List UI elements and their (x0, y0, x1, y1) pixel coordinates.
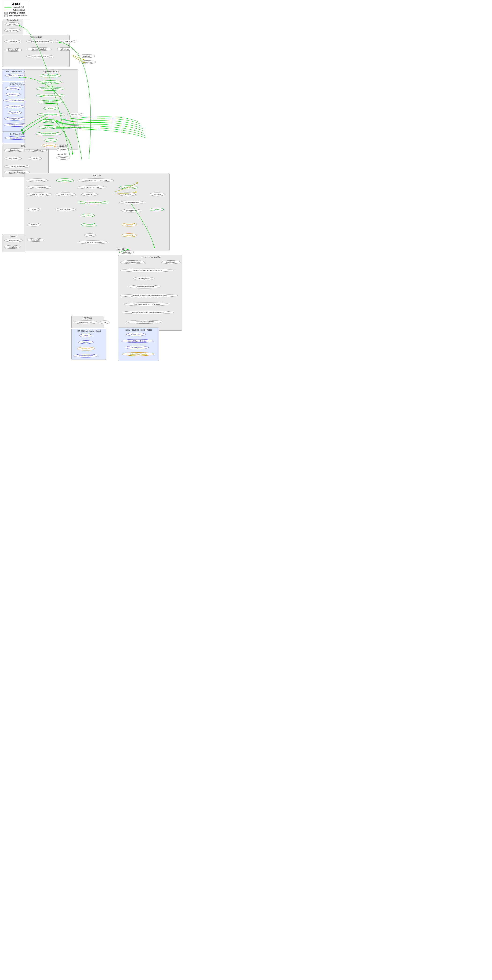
node-balanceof-iface[interactable]: balanceOf (5, 87, 21, 90)
defined-contract-box (5, 12, 8, 14)
node-transfer-1[interactable]: transfer (56, 148, 70, 151)
node-mintpresaleheads[interactable]: mintPresaleHeads (35, 132, 62, 135)
node-type-erc165[interactable]: type (100, 320, 110, 324)
node-delegatecall[interactable]: delegatecall (79, 60, 96, 64)
node-reveal[interactable]: reveal (43, 107, 57, 110)
node-supportsinterface-erc721[interactable]: supportsInterface (27, 186, 51, 189)
node-transferownership[interactable]: transferOwnership (4, 165, 30, 168)
node-iscontract-addr[interactable]: isContract (57, 47, 73, 51)
node-name-meta[interactable]: name (79, 334, 92, 337)
node-onlyowner[interactable]: onlyOwner (4, 157, 22, 160)
node-symbol-meta[interactable]: symbol (78, 340, 94, 344)
node-mint[interactable]: _mint (82, 213, 95, 217)
node-tokenbyindex-ienum[interactable]: tokenByIndex (125, 346, 149, 349)
initialraffle-label: initialRaffle (57, 145, 68, 147)
node-tokenofownerbyindex-enm[interactable]: tokenOfOwnerByIndex (126, 320, 162, 323)
node-totalsupply-enm[interactable]: totalSupply (161, 260, 181, 264)
node-ownerof-erc721[interactable]: ownerOf (122, 234, 137, 237)
node-tostring-tokenid[interactable]: toString (119, 250, 134, 254)
node-blockhash-oht[interactable]: blockhash (67, 113, 83, 116)
node-addtokentoowner[interactable]: _addTokenToOwnerEnumeration (124, 302, 170, 306)
node-supportsinterface-erc165[interactable]: supportsInterface (74, 320, 98, 324)
node-transfer-2[interactable]: transfer (56, 156, 70, 159)
node-functioncallwithvalue[interactable]: functionCallWithValue (26, 40, 54, 43)
node-constructor-oht[interactable]: <Constructor> (40, 74, 61, 78)
strings-lib-box: Strings (lib) toString toHexString (2, 18, 23, 36)
node-transferfrom-iface[interactable]: transferFrom (5, 105, 25, 108)
node-supportsinterface-meta[interactable]: supportsInterface (74, 354, 98, 358)
node-tokenbyindex-enm[interactable]: tokenByIndex (133, 277, 154, 280)
node-transferfrom-erc721[interactable]: transferFrom (56, 208, 76, 211)
node-addtowhitelist[interactable]: addToWhitelist (38, 81, 62, 84)
node-msgdata-ctx[interactable]: _msgData (4, 245, 21, 249)
node-msgsender-erc721[interactable]: _msgSender (119, 186, 138, 189)
node-removetokenfromowner[interactable]: _removeTokenFromOwnerEnumeration (122, 311, 173, 314)
node-tostring[interactable]: toString (5, 22, 19, 26)
node-beforetokentransfer-enm[interactable]: _beforeTokenTransfer (129, 285, 161, 288)
node-togglepresalestatus[interactable]: togglePresaleStatus (36, 94, 64, 97)
node-functiondelegatecall[interactable]: functionDelegateCall (26, 55, 54, 58)
target-label: to (78, 52, 80, 54)
node-gift[interactable]: gift (44, 138, 57, 142)
node-allpublicminted[interactable]: allPublicMinted (63, 126, 85, 129)
node-setapprovalforall-erc721[interactable]: setApprovalForAll (78, 186, 105, 189)
undefined-contract-box (5, 14, 8, 17)
erc165-box: ERC165 supportsInterface type (71, 316, 104, 328)
node-mintheads[interactable]: mintHeads (38, 126, 59, 129)
node-removetokenfromall[interactable]: _removeTokenFromAllTokensEnumeration (121, 294, 178, 298)
node-verifycallresult[interactable]: verifyCallResult (55, 40, 77, 43)
node-supportsinterface-enm[interactable]: supportsInterface (121, 260, 145, 264)
node-functionstaticcall[interactable]: functionStaticCall (26, 47, 52, 51)
strings-lib-title: Strings (lib) (3, 19, 22, 21)
node-functioncall-addr[interactable]: functionCall (5, 48, 22, 52)
node-getapproved-erc721[interactable]: getApproved (121, 209, 142, 212)
erc721enumerable-box: ERC721Enumerable supportsInterface total… (118, 255, 183, 331)
node-approve-erc721[interactable]: approve (81, 192, 98, 196)
openheadtoken-title: OpenHeadToken (26, 70, 77, 73)
node-owner[interactable]: owner (29, 157, 41, 160)
node-approve-iface[interactable]: approve (8, 111, 22, 115)
node-constructor-erc721[interactable]: <Constructor> (27, 178, 48, 182)
node-safetransfer[interactable]: _safeTransfer (56, 192, 76, 196)
node-beforetokentransfer-ienum[interactable]: _beforeTokenTransfer (122, 352, 154, 356)
node-balanceof-erc721[interactable]: balanceOf (27, 238, 44, 242)
node-tokenuri-erc721[interactable]: tokenURI (119, 192, 136, 196)
node-approve-inner[interactable]: _approve (122, 223, 137, 226)
node-name-erc721[interactable]: name (27, 208, 40, 211)
node-transfer-erc721[interactable]: _transfer (81, 223, 97, 226)
node-isapprovedforall-erc721[interactable]: isApprovedForAll (119, 201, 145, 204)
openheadtoken-box: OpenHeadToken <Constructor> addToWhiteli… (25, 69, 78, 150)
legend-title: Legend (5, 3, 27, 5)
node-checkonERC721received[interactable]: _checkOnERC721Received (78, 178, 114, 182)
node-constructor-ownable[interactable]: <Constructor> (4, 148, 25, 152)
legend-item-defined: Defined Contract (5, 12, 27, 14)
node-tokenofownerbyindex-ienum[interactable]: tokenOfOwnerByIndex (121, 339, 154, 343)
node-tokenuri-oht[interactable]: tokenURI (40, 119, 57, 123)
node-msgsender-ctx[interactable]: _msgSender (4, 239, 23, 242)
node-staticcall[interactable]: staticcall (79, 54, 95, 58)
node-totalsupply-ienum[interactable]: totalSupply (126, 332, 146, 336)
ierc721enumerable-title: IERC721Enumerable (iface) (119, 329, 158, 331)
node-togglesalestatus[interactable]: toggleSaleStatus (37, 100, 63, 103)
node-addtokentoall[interactable]: _addTokenToAllTokensEnumeration (121, 269, 174, 272)
node-tohexstring[interactable]: toHexString (4, 29, 21, 32)
legend-internal-label: Internal Call (13, 6, 24, 8)
erc721-box: ERC721 <Constructor> supportsInterface s… (25, 173, 170, 251)
node-sendvalue[interactable]: sendValue (5, 40, 21, 43)
tokenid-label: tokenId (117, 248, 124, 250)
node-getapproved-iface[interactable]: getApproved (4, 117, 25, 121)
teamaddr-label: teamAddr (57, 153, 67, 156)
node-symbol-erc721[interactable]: symbol (27, 223, 41, 226)
node-safetransferfrom-erc721[interactable]: safeTransferFrom (27, 192, 51, 196)
node-burn[interactable]: _burn (84, 234, 96, 237)
node-isapprovedorowner[interactable]: _isApprovedOrOwner (78, 201, 108, 204)
node-exists[interactable]: _exists (150, 208, 164, 211)
node-removefromwhitelist[interactable]: removeFromWhitelist (36, 87, 64, 91)
node-beforetokentransfer-erc721[interactable]: _beforeTokenTransfer (78, 240, 108, 244)
node-payable[interactable]: payable (42, 144, 57, 147)
node-safemint[interactable]: _safeMint (56, 178, 74, 182)
node-baseuri[interactable]: _baseURI (150, 192, 165, 196)
node-setstartingindex[interactable]: setStartingIndex (37, 113, 64, 116)
node-tokenuri-meta[interactable]: tokenURI (77, 347, 95, 350)
node-ownerof-iface[interactable]: ownerOf (5, 93, 21, 96)
